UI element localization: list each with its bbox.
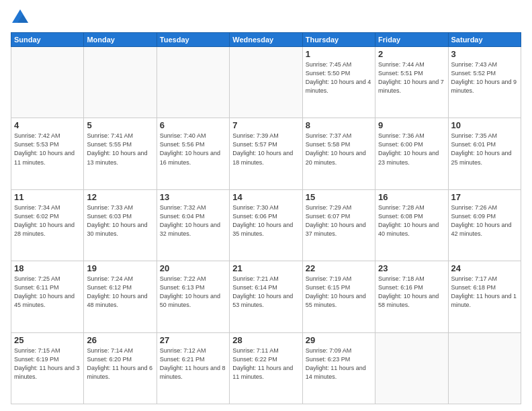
- day-number: 24: [451, 263, 518, 273]
- page: SundayMondayTuesdayWednesdayThursdayFrid…: [0, 0, 532, 411]
- day-info: Sunrise: 7:37 AM Sunset: 5:58 PM Dayligh…: [306, 132, 372, 167]
- calendar-cell: 17Sunrise: 7:26 AM Sunset: 6:09 PM Dayli…: [448, 189, 521, 261]
- calendar-cell: 4Sunrise: 7:42 AM Sunset: 5:53 PM Daylig…: [11, 118, 84, 189]
- day-number: 18: [14, 263, 81, 273]
- logo: [11, 8, 32, 27]
- calendar-cell: 7Sunrise: 7:39 AM Sunset: 5:57 PM Daylig…: [230, 118, 302, 189]
- day-info: Sunrise: 7:09 AM Sunset: 6:23 PM Dayligh…: [306, 347, 372, 381]
- day-info: Sunrise: 7:36 AM Sunset: 6:00 PM Dayligh…: [378, 132, 445, 167]
- calendar-cell: 25Sunrise: 7:15 AM Sunset: 6:19 PM Dayli…: [11, 332, 84, 404]
- day-info: Sunrise: 7:29 AM Sunset: 6:07 PM Dayligh…: [306, 203, 372, 238]
- day-number: 3: [451, 49, 518, 59]
- day-number: 13: [160, 192, 226, 202]
- calendar-cell: 27Sunrise: 7:12 AM Sunset: 6:21 PM Dayli…: [157, 332, 229, 404]
- calendar-cell: 20Sunrise: 7:22 AM Sunset: 6:13 PM Dayli…: [157, 261, 229, 332]
- calendar-cell: 6Sunrise: 7:40 AM Sunset: 5:56 PM Daylig…: [157, 118, 229, 189]
- calendar-cell: 13Sunrise: 7:32 AM Sunset: 6:04 PM Dayli…: [157, 189, 229, 261]
- day-info: Sunrise: 7:26 AM Sunset: 6:09 PM Dayligh…: [451, 203, 518, 238]
- calendar-cell: [448, 332, 521, 404]
- calendar-cell: 5Sunrise: 7:41 AM Sunset: 5:55 PM Daylig…: [84, 118, 157, 189]
- day-info: Sunrise: 7:14 AM Sunset: 6:20 PM Dayligh…: [87, 347, 153, 381]
- day-info: Sunrise: 7:19 AM Sunset: 6:15 PM Dayligh…: [306, 275, 372, 310]
- calendar-cell: 1Sunrise: 7:45 AM Sunset: 5:50 PM Daylig…: [302, 47, 375, 118]
- day-info: Sunrise: 7:11 AM Sunset: 6:22 PM Dayligh…: [232, 347, 299, 381]
- day-number: 29: [306, 335, 372, 345]
- day-info: Sunrise: 7:44 AM Sunset: 5:51 PM Dayligh…: [378, 60, 445, 95]
- day-info: Sunrise: 7:32 AM Sunset: 6:04 PM Dayligh…: [160, 203, 226, 238]
- day-number: 26: [87, 335, 153, 345]
- weekday-header-saturday: Saturday: [448, 33, 521, 47]
- calendar-cell: 22Sunrise: 7:19 AM Sunset: 6:15 PM Dayli…: [302, 261, 375, 332]
- day-number: 17: [451, 192, 518, 202]
- calendar-cell: 26Sunrise: 7:14 AM Sunset: 6:20 PM Dayli…: [84, 332, 157, 404]
- day-number: 5: [87, 120, 153, 130]
- calendar-week-4: 18Sunrise: 7:25 AM Sunset: 6:11 PM Dayli…: [11, 261, 521, 332]
- day-number: 22: [306, 263, 372, 273]
- day-number: 23: [378, 263, 445, 273]
- day-info: Sunrise: 7:34 AM Sunset: 6:02 PM Dayligh…: [14, 203, 81, 238]
- calendar-cell: 9Sunrise: 7:36 AM Sunset: 6:00 PM Daylig…: [375, 118, 448, 189]
- calendar-cell: 29Sunrise: 7:09 AM Sunset: 6:23 PM Dayli…: [302, 332, 375, 404]
- day-number: 15: [306, 192, 372, 202]
- weekday-header-thursday: Thursday: [302, 33, 375, 47]
- calendar-table: SundayMondayTuesdayWednesdayThursdayFrid…: [11, 32, 521, 404]
- day-info: Sunrise: 7:35 AM Sunset: 6:01 PM Dayligh…: [451, 132, 518, 167]
- header: [11, 8, 521, 27]
- weekday-header-row: SundayMondayTuesdayWednesdayThursdayFrid…: [11, 33, 521, 47]
- day-info: Sunrise: 7:39 AM Sunset: 5:57 PM Dayligh…: [232, 132, 299, 167]
- day-info: Sunrise: 7:43 AM Sunset: 5:52 PM Dayligh…: [451, 60, 518, 95]
- calendar-cell: 23Sunrise: 7:18 AM Sunset: 6:16 PM Dayli…: [375, 261, 448, 332]
- calendar-week-1: 1Sunrise: 7:45 AM Sunset: 5:50 PM Daylig…: [11, 47, 521, 118]
- day-number: 11: [14, 192, 81, 202]
- calendar-cell: 19Sunrise: 7:24 AM Sunset: 6:12 PM Dayli…: [84, 261, 157, 332]
- calendar-cell: 3Sunrise: 7:43 AM Sunset: 5:52 PM Daylig…: [448, 47, 521, 118]
- calendar-cell: 14Sunrise: 7:30 AM Sunset: 6:06 PM Dayli…: [230, 189, 302, 261]
- day-number: 27: [160, 335, 226, 345]
- day-number: 20: [160, 263, 226, 273]
- day-number: 21: [232, 263, 299, 273]
- day-number: 1: [306, 49, 372, 59]
- calendar-cell: 10Sunrise: 7:35 AM Sunset: 6:01 PM Dayli…: [448, 118, 521, 189]
- calendar-cell: 24Sunrise: 7:17 AM Sunset: 6:18 PM Dayli…: [448, 261, 521, 332]
- day-number: 4: [14, 120, 81, 130]
- day-number: 28: [232, 335, 299, 345]
- day-info: Sunrise: 7:42 AM Sunset: 5:53 PM Dayligh…: [14, 132, 81, 167]
- day-info: Sunrise: 7:28 AM Sunset: 6:08 PM Dayligh…: [378, 203, 445, 238]
- calendar-week-3: 11Sunrise: 7:34 AM Sunset: 6:02 PM Dayli…: [11, 189, 521, 261]
- day-number: 14: [232, 192, 299, 202]
- logo-icon: [11, 8, 30, 27]
- day-info: Sunrise: 7:25 AM Sunset: 6:11 PM Dayligh…: [14, 275, 81, 310]
- day-number: 8: [306, 120, 372, 130]
- calendar-cell: [230, 47, 302, 118]
- calendar-cell: 15Sunrise: 7:29 AM Sunset: 6:07 PM Dayli…: [302, 189, 375, 261]
- weekday-header-sunday: Sunday: [11, 33, 84, 47]
- calendar-week-2: 4Sunrise: 7:42 AM Sunset: 5:53 PM Daylig…: [11, 118, 521, 189]
- day-info: Sunrise: 7:18 AM Sunset: 6:16 PM Dayligh…: [378, 275, 445, 310]
- day-info: Sunrise: 7:21 AM Sunset: 6:14 PM Dayligh…: [232, 275, 299, 310]
- day-info: Sunrise: 7:12 AM Sunset: 6:21 PM Dayligh…: [160, 347, 226, 381]
- day-number: 12: [87, 192, 153, 202]
- day-info: Sunrise: 7:33 AM Sunset: 6:03 PM Dayligh…: [87, 203, 153, 238]
- day-number: 6: [160, 120, 226, 130]
- calendar-cell: [11, 47, 84, 118]
- day-info: Sunrise: 7:41 AM Sunset: 5:55 PM Dayligh…: [87, 132, 153, 167]
- day-info: Sunrise: 7:15 AM Sunset: 6:19 PM Dayligh…: [14, 347, 81, 381]
- day-number: 9: [378, 120, 445, 130]
- calendar-cell: [375, 332, 448, 404]
- calendar-week-5: 25Sunrise: 7:15 AM Sunset: 6:19 PM Dayli…: [11, 332, 521, 404]
- calendar-cell: [84, 47, 157, 118]
- day-number: 7: [232, 120, 299, 130]
- calendar-cell: 11Sunrise: 7:34 AM Sunset: 6:02 PM Dayli…: [11, 189, 84, 261]
- calendar-cell: 2Sunrise: 7:44 AM Sunset: 5:51 PM Daylig…: [375, 47, 448, 118]
- day-number: 25: [14, 335, 81, 345]
- calendar-cell: [157, 47, 229, 118]
- day-info: Sunrise: 7:30 AM Sunset: 6:06 PM Dayligh…: [232, 203, 299, 238]
- day-info: Sunrise: 7:17 AM Sunset: 6:18 PM Dayligh…: [451, 275, 518, 310]
- calendar-cell: 8Sunrise: 7:37 AM Sunset: 5:58 PM Daylig…: [302, 118, 375, 189]
- calendar-cell: 28Sunrise: 7:11 AM Sunset: 6:22 PM Dayli…: [230, 332, 302, 404]
- day-number: 16: [378, 192, 445, 202]
- calendar-cell: 16Sunrise: 7:28 AM Sunset: 6:08 PM Dayli…: [375, 189, 448, 261]
- weekday-header-friday: Friday: [375, 33, 448, 47]
- day-info: Sunrise: 7:24 AM Sunset: 6:12 PM Dayligh…: [87, 275, 153, 310]
- day-number: 2: [378, 49, 445, 59]
